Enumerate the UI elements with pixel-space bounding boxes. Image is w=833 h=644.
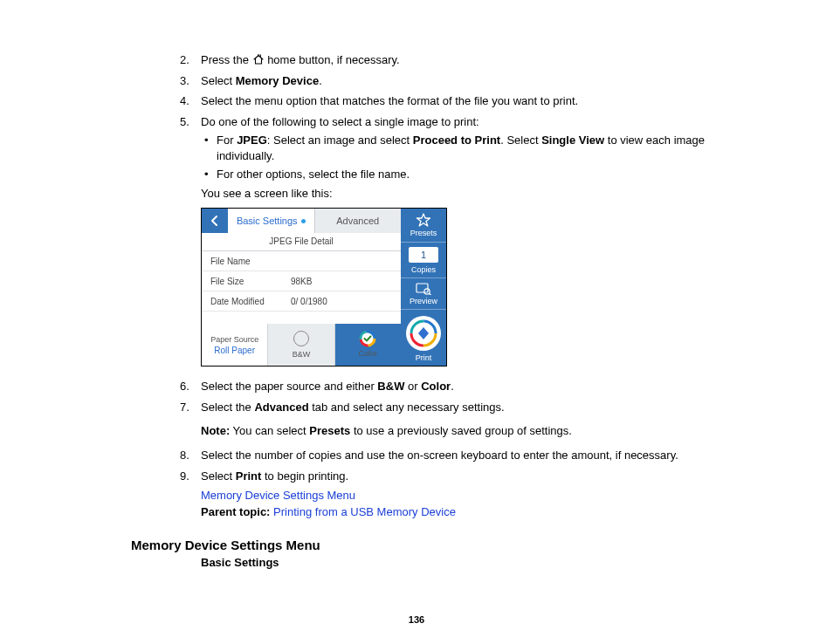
preview-button[interactable]: Preview: [401, 278, 446, 310]
device-screenshot: Basic Settings Advanced JPEG File Detail…: [201, 208, 733, 367]
tab-advanced[interactable]: Advanced: [315, 209, 402, 233]
back-button[interactable]: [202, 209, 228, 233]
svg-point-5: [424, 288, 430, 293]
tab-basic-settings[interactable]: Basic Settings: [228, 209, 315, 233]
step-6: 6. Select the paper source and either B&…: [201, 379, 733, 394]
tab-indicator-dot-icon: [301, 219, 306, 223]
parent-topic-label: Parent topic:: [201, 505, 270, 518]
section-heading: Memory Device Settings Menu: [131, 538, 733, 552]
step-3: 3. Select Memory Device.: [201, 73, 733, 89]
sub-heading: Basic Settings: [201, 556, 733, 569]
svg-rect-4: [416, 284, 428, 292]
step-text: Press the: [201, 53, 252, 66]
svg-line-6: [429, 293, 430, 295]
related-links: Memory Device Settings Menu Parent topic…: [201, 489, 733, 518]
back-arrow-icon: [208, 214, 222, 228]
link-parent-topic[interactable]: Printing from a USB Memory Device: [273, 505, 456, 518]
link-memory-device-menu[interactable]: Memory Device Settings Menu: [201, 489, 355, 502]
color-button[interactable]: Color: [335, 324, 401, 366]
note-block: Note: You can select Presets to use a pr…: [201, 423, 733, 439]
bw-button[interactable]: B&W: [268, 324, 334, 366]
device-topbar: Basic Settings Advanced: [202, 209, 401, 233]
step-4: 4. Select the menu option that matches t…: [201, 93, 733, 109]
bw-circle-icon: [293, 331, 309, 346]
device-bottom-row: Paper Source Roll Paper B&W: [202, 324, 401, 366]
paper-source-button[interactable]: Paper Source Roll Paper: [202, 324, 268, 366]
device-side-panel: Presets 1 Copies Preview: [401, 209, 446, 366]
device-subtitle: JPEG File Detail: [202, 233, 401, 251]
manual-page: 2. Press the home button, if necessary. …: [0, 0, 833, 644]
step-5-bullet-1: For JPEG: Select an image and select Pro…: [217, 133, 733, 163]
row-date-modified: Date Modified 0/ 0/1980: [202, 291, 401, 312]
print-button[interactable]: Print: [401, 310, 446, 366]
copies-button[interactable]: 1 Copies: [401, 243, 446, 278]
row-filename: File Name: [202, 251, 401, 271]
step-2: 2. Press the home button, if necessary.: [201, 52, 733, 68]
step-8: 8. Select the number of copies and use t…: [201, 448, 733, 463]
color-circle-icon: [361, 332, 375, 346]
page-number: 136: [0, 614, 833, 625]
presets-button[interactable]: Presets: [401, 209, 446, 242]
step-5: 5. Do one of the following to select a s…: [201, 114, 733, 367]
step-text: home button, if necessary.: [265, 53, 400, 66]
print-circle-icon: [406, 316, 441, 351]
step-9: 9. Select Print to begin printing.: [201, 469, 733, 484]
preview-icon: [415, 283, 432, 295]
row-filesize: File Size 98KB: [202, 271, 401, 291]
step-5-sublist: For JPEG: Select an image and select Pro…: [201, 133, 733, 182]
step-7: 7. Select the Advanced tab and select an…: [201, 400, 733, 439]
step-5-after: You see a screen like this:: [201, 186, 733, 202]
home-icon: [252, 53, 265, 66]
step-5-bullet-2: For other options, select the file name.: [217, 167, 733, 182]
star-icon: [416, 213, 431, 227]
device-screen: Basic Settings Advanced JPEG File Detail…: [201, 208, 447, 367]
device-main-panel: Basic Settings Advanced JPEG File Detail…: [202, 209, 401, 366]
instruction-list: 2. Press the home button, if necessary. …: [131, 52, 733, 483]
